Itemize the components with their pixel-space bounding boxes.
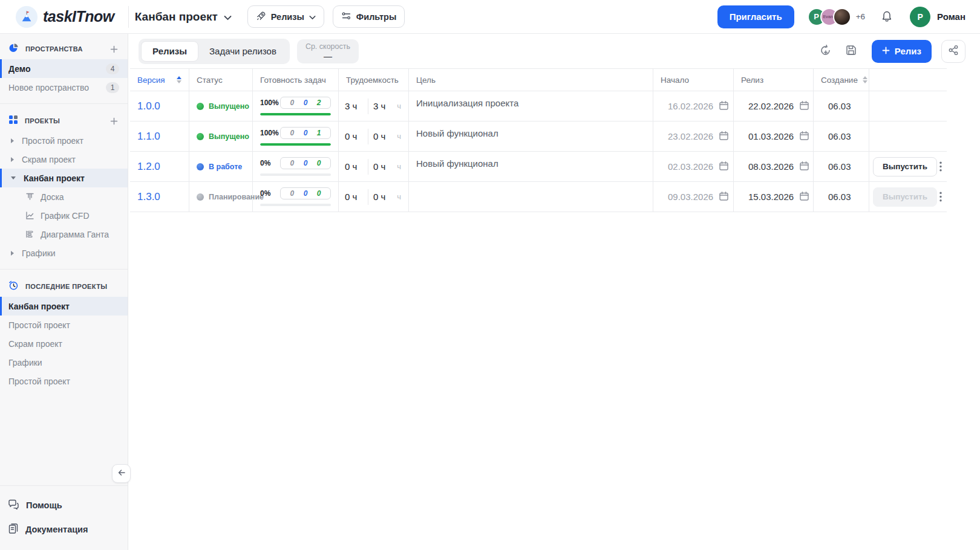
main-content: Релизы Задачи релизов Ср. скорость — Рел… bbox=[129, 34, 980, 550]
calendar-icon[interactable] bbox=[719, 191, 729, 203]
status-cell[interactable]: В работе bbox=[189, 152, 253, 181]
notifications-bell-icon[interactable] bbox=[881, 10, 893, 23]
rocket-icon bbox=[256, 11, 266, 23]
effort-unit: ч bbox=[397, 162, 403, 171]
sidebar-item-project-scrum[interactable]: Скрам проект bbox=[0, 150, 128, 169]
releases-dropdown[interactable]: Релизы bbox=[247, 5, 324, 28]
release-date-field[interactable]: 22.02.2026 bbox=[734, 91, 814, 121]
recent-item-scrum[interactable]: Скрам проект bbox=[0, 334, 128, 353]
filters-button[interactable]: Фильтры bbox=[333, 5, 405, 28]
status-dot bbox=[197, 103, 204, 110]
add-release-button[interactable]: Релиз bbox=[872, 40, 932, 63]
recent-item-charts[interactable]: Графики bbox=[0, 353, 128, 372]
release-date-field[interactable]: 08.03.2026 bbox=[734, 152, 814, 181]
calendar-icon[interactable] bbox=[799, 100, 809, 112]
sidebar-item-gantt[interactable]: Диаграмма Ганта bbox=[0, 225, 128, 244]
column-header-effort[interactable]: Трудоемкость bbox=[339, 69, 409, 91]
readiness-cell: 100% 001 bbox=[253, 121, 339, 151]
goal-cell[interactable]: Новый функционал bbox=[409, 152, 653, 181]
effort-spent: 3 ч bbox=[373, 101, 391, 111]
app-logo[interactable]: taskITnow bbox=[16, 6, 114, 28]
status-dot bbox=[197, 193, 204, 201]
space-count-badge: 1 bbox=[106, 82, 119, 93]
calendar-icon[interactable] bbox=[719, 100, 729, 112]
goal-cell[interactable]: Инициализация проекта bbox=[409, 91, 653, 121]
user-menu[interactable]: P Роман bbox=[910, 7, 965, 27]
actions-cell bbox=[869, 121, 947, 151]
start-date-field[interactable]: 23.02.2026 bbox=[653, 121, 734, 151]
effort-spent: 0 ч bbox=[373, 161, 391, 172]
space-label: Демо bbox=[8, 64, 30, 74]
document-icon bbox=[8, 523, 19, 536]
release-date-field[interactable]: 15.03.2026 bbox=[734, 182, 814, 212]
recent-item-simple-1[interactable]: Простой проект bbox=[0, 315, 128, 334]
sidebar-item-space-new[interactable]: Новое пространство 1 bbox=[0, 78, 128, 97]
effort-cell: 0 ч 0 ч ч bbox=[339, 182, 409, 212]
release-version-link[interactable]: 1.1.0 bbox=[130, 121, 189, 151]
sidebar: ПРОСТРАНСТВА Демо 4 Новое пространство 1… bbox=[0, 34, 128, 550]
release-version-link[interactable]: 1.0.0 bbox=[130, 91, 189, 121]
calendar-icon[interactable] bbox=[719, 131, 729, 143]
sidebar-item-project-kanban[interactable]: Канбан проект bbox=[0, 169, 128, 187]
sidebar-item-space-demo[interactable]: Демо 4 bbox=[0, 59, 128, 78]
add-space-button[interactable] bbox=[109, 44, 119, 54]
kebab-menu-icon[interactable] bbox=[937, 189, 944, 204]
column-header-status[interactable]: Статус bbox=[189, 69, 253, 91]
avatar[interactable] bbox=[833, 8, 851, 26]
help-button[interactable]: Помощь bbox=[0, 493, 128, 517]
sidebar-item-project-simple[interactable]: Простой проект bbox=[0, 131, 128, 150]
table-row: 1.1.0 Выпущено 100% 001 0 ч 0 ч ч Новый … bbox=[130, 121, 947, 152]
sidebar-item-cfd-chart[interactable]: График CFD bbox=[0, 206, 128, 225]
share-icon bbox=[948, 45, 959, 57]
status-cell[interactable]: Выпущено bbox=[189, 91, 253, 121]
sidebar-item-project-charts[interactable]: Графики bbox=[0, 244, 128, 262]
column-header-start[interactable]: Начало bbox=[653, 69, 734, 91]
project-selector[interactable]: Канбан проект bbox=[135, 10, 232, 24]
save-button[interactable] bbox=[841, 40, 861, 62]
column-header-created[interactable]: Создание bbox=[814, 69, 869, 91]
tab-release-tasks[interactable]: Задачи релизов bbox=[198, 41, 287, 62]
release-version-link[interactable]: 1.3.0 bbox=[130, 182, 189, 212]
status-cell[interactable]: Выпущено bbox=[189, 121, 253, 151]
column-header-release[interactable]: Релиз bbox=[734, 69, 814, 91]
created-date: 06.03 bbox=[814, 121, 869, 151]
sidebar-item-board[interactable]: Доска bbox=[0, 187, 128, 206]
calendar-icon[interactable] bbox=[799, 131, 809, 143]
version-sort-icon[interactable] bbox=[177, 76, 181, 83]
start-date-field[interactable]: 16.02.2026 bbox=[653, 91, 734, 121]
calendar-icon[interactable] bbox=[719, 161, 729, 173]
start-date-field[interactable]: 02.03.2026 bbox=[653, 152, 734, 181]
release-now-button-disabled[interactable]: Выпустить bbox=[873, 187, 937, 207]
add-release-label: Релиз bbox=[895, 46, 921, 56]
created-sort-icon[interactable] bbox=[863, 76, 867, 83]
column-header-version[interactable]: Версия bbox=[130, 69, 189, 91]
status-cell[interactable]: Планирование bbox=[189, 182, 253, 212]
member-avatar-group[interactable]: P Evane bbox=[808, 8, 851, 26]
calendar-icon[interactable] bbox=[799, 161, 809, 173]
start-date-field[interactable]: 09.03.2026 bbox=[653, 182, 734, 212]
documentation-button[interactable]: Документация bbox=[0, 517, 128, 542]
release-version-link[interactable]: 1.2.0 bbox=[130, 152, 189, 181]
invite-button[interactable]: Пригласить bbox=[717, 5, 794, 28]
status-dot bbox=[197, 163, 204, 170]
collapse-sidebar-button[interactable] bbox=[112, 464, 131, 483]
tab-releases[interactable]: Релизы bbox=[141, 41, 198, 62]
calendar-icon[interactable] bbox=[799, 191, 809, 203]
goal-cell[interactable] bbox=[409, 182, 653, 212]
recent-section-title: ПОСЛЕДНИЕ ПРОЕКТЫ bbox=[25, 283, 119, 290]
share-button[interactable] bbox=[941, 40, 965, 63]
recent-item-simple-2[interactable]: Простой проект bbox=[0, 372, 128, 390]
effort-unit: ч bbox=[397, 192, 403, 201]
release-now-button[interactable]: Выпустить bbox=[873, 157, 937, 176]
kebab-menu-icon[interactable] bbox=[937, 159, 944, 174]
history-refresh-button[interactable] bbox=[815, 40, 835, 62]
add-project-button[interactable] bbox=[109, 116, 119, 126]
release-date-field[interactable]: 01.03.2026 bbox=[734, 121, 814, 151]
column-header-goal[interactable]: Цель bbox=[409, 69, 653, 91]
recent-section-header: ПОСЛЕДНИЕ ПРОЕКТЫ bbox=[0, 276, 128, 297]
more-members-count[interactable]: +6 bbox=[856, 12, 865, 21]
recent-item-kanban[interactable]: Канбан проект bbox=[0, 297, 128, 315]
goal-cell[interactable]: Новый функционал bbox=[409, 121, 653, 151]
column-header-readiness[interactable]: Готовность задач bbox=[253, 69, 339, 91]
space-count-badge: 4 bbox=[106, 63, 119, 74]
